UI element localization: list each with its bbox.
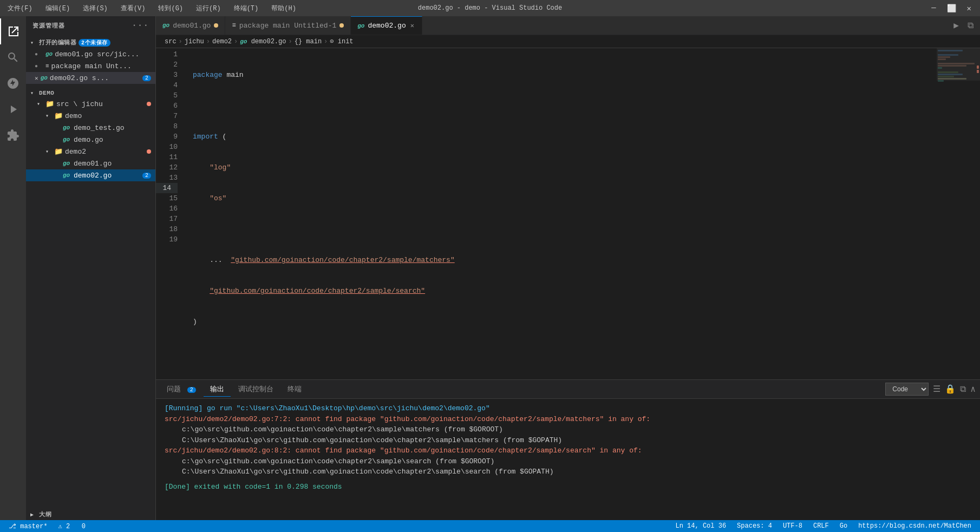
go-file-icon: go xyxy=(45,51,53,57)
output-error-1: src/jichu/demo2/demo02.go:7:2: cannot fi… xyxy=(165,414,971,425)
activity-search[interactable] xyxy=(0,44,26,70)
open-editors-chevron: ▾ xyxy=(30,40,39,46)
breadcrumb-demo2[interactable]: demo2 xyxy=(212,38,232,45)
code-line-3: import ( xyxy=(193,132,937,142)
tree-demo01-go[interactable]: ▾ go demo01.go xyxy=(26,157,155,169)
tab-demo01-label: demo01.go xyxy=(173,22,211,30)
status-left: ⎇ master* ⚠ 2 0 xyxy=(6,522,88,530)
panel-tab-problems[interactable]: 问题 2 xyxy=(160,382,202,397)
status-right: Ln 14, Col 36 Spaces: 4 UTF-8 CRLF Go ht… xyxy=(673,522,974,530)
status-spaces[interactable]: Spaces: 4 xyxy=(735,522,774,530)
menu-edit[interactable]: 编辑(E) xyxy=(43,3,73,14)
demo-folder-header[interactable]: ▾ DEMO xyxy=(26,88,155,98)
menu-goto[interactable]: 转到(G) xyxy=(156,3,185,14)
menu-terminal[interactable]: 终端(T) xyxy=(232,3,261,14)
minimize-button[interactable]: ─ xyxy=(928,3,939,14)
tab-actions: ▶ ⧉ xyxy=(947,16,980,35)
demo02-tree-badge: 2 xyxy=(142,173,151,179)
open-editors-section: ▾ 打开的编辑器 2个未保存 ● go demo01.go src/jic...… xyxy=(26,35,155,86)
tab-demo02[interactable]: go demo02.go ✕ xyxy=(351,16,422,35)
open-editor-demo02[interactable]: ✕ go demo02.go s... 2 xyxy=(26,72,155,84)
open-editors-header[interactable]: ▾ 打开的编辑器 2个未保存 xyxy=(26,37,155,48)
tab-demo02-close[interactable]: ✕ xyxy=(409,21,415,31)
menu-run[interactable]: 运行(R) xyxy=(194,3,223,14)
breadcrumb-main[interactable]: {} main xyxy=(295,38,322,45)
tab-pm-label: package main xyxy=(239,22,290,30)
code-content[interactable]: package main import ( "log" "os" ... "gi… xyxy=(184,48,937,379)
minimap xyxy=(937,48,980,379)
demo2-folder-icon: 📁 xyxy=(54,147,63,156)
breadcrumb-init[interactable]: ⊙ init xyxy=(330,37,353,45)
sidebar-header: 资源管理器 ··· xyxy=(26,16,155,35)
split-editor-button[interactable]: ⧉ xyxy=(965,18,976,33)
panel-tab-debug[interactable]: 调试控制台 xyxy=(232,382,280,397)
demo2-error-dot xyxy=(147,149,151,154)
tree-demo02-go[interactable]: ▾ go demo02.go 2 xyxy=(26,169,155,181)
output-source-select[interactable]: Code Go xyxy=(885,383,929,396)
demo-test-icon: go xyxy=(63,124,71,131)
status-language[interactable]: Go xyxy=(838,522,850,530)
output-line-running: [Running] go run "c:\Users\ZhaoXu1\Deskt… xyxy=(165,403,971,414)
activity-explorer[interactable] xyxy=(0,18,26,44)
demo-test-name: demo_test.go xyxy=(74,124,125,132)
output-indent-2: C:\Users\ZhaoXu1\go\src\github.com\goina… xyxy=(165,435,971,446)
panel-content: [Running] go run "c:\Users\ZhaoXu1\Deskt… xyxy=(156,399,980,520)
breadcrumb-jichu[interactable]: jichu xyxy=(185,38,204,45)
panel-tab-output[interactable]: 输出 xyxy=(204,382,231,397)
status-bar: ⎇ master* ⚠ 2 0 Ln 14, Col 36 Spaces: 4 … xyxy=(0,520,980,532)
code-line-7: ... "github.com/goinaction/code/chapter2… xyxy=(193,255,937,265)
breadcrumb-src[interactable]: src xyxy=(165,38,177,45)
run-button[interactable]: ▶ xyxy=(951,18,961,33)
panel-tab-terminal[interactable]: 终端 xyxy=(281,382,308,397)
eq-file-icon: ≡ xyxy=(45,63,49,69)
sidebar: 资源管理器 ··· ▾ 打开的编辑器 2个未保存 ● go demo01.go … xyxy=(26,16,156,520)
status-encoding[interactable]: UTF-8 xyxy=(781,522,805,530)
tree-src-jichu[interactable]: ▾ 📁 src \ jichu xyxy=(26,98,155,110)
status-url[interactable]: https://blog.csdn.net/MatChen xyxy=(856,522,974,530)
demo2-folder-name: demo2 xyxy=(65,148,86,156)
open-editor-package-main[interactable]: ● ≡ package main Unt... xyxy=(26,60,155,72)
tab-spacer xyxy=(422,16,947,35)
tab-pm-subtitle: Untitled-1 xyxy=(294,22,336,30)
minimap-error-1 xyxy=(977,65,979,69)
breadcrumb-demo02go[interactable]: go demo02.go xyxy=(240,38,286,45)
restore-button[interactable]: ⬜ xyxy=(944,3,959,14)
tree-demo-test[interactable]: ▾ go demo_test.go xyxy=(26,122,155,134)
menu-select[interactable]: 选择(S) xyxy=(81,3,110,14)
tree-demo-go[interactable]: ▾ go demo.go xyxy=(26,134,155,146)
src-error-dot xyxy=(147,102,151,106)
activity-debug[interactable] xyxy=(0,96,26,122)
menu-view[interactable]: 查看(V) xyxy=(119,3,148,14)
tab-demo01-dot xyxy=(214,23,218,28)
menu-bar[interactable]: 文件(F) 编辑(E) 选择(S) 查看(V) 转到(G) 运行(R) 终端(T… xyxy=(5,3,298,14)
tree-demo-folder[interactable]: ▾ 📁 demo xyxy=(26,110,155,122)
status-branch[interactable]: ⎇ master* xyxy=(6,522,50,530)
panel-filter-icon[interactable]: ☰ xyxy=(933,384,940,395)
tab-demo01-icon: go xyxy=(162,22,169,29)
close-x-icon[interactable]: ✕ xyxy=(35,75,38,82)
status-errors[interactable]: ⚠ 2 0 xyxy=(56,522,88,530)
status-position[interactable]: Ln 14, Col 36 xyxy=(673,522,728,530)
menu-help[interactable]: 帮助(H) xyxy=(269,3,298,14)
window-controls[interactable]: ─ ⬜ ✕ xyxy=(928,3,975,14)
activity-extensions[interactable] xyxy=(0,122,26,148)
panel-lock-icon[interactable]: 🔒 xyxy=(945,384,956,395)
editor-area: go demo01.go ≡ package main Untitled-1 g… xyxy=(156,16,980,520)
open-editor-demo01[interactable]: ● go demo01.go src/jic... xyxy=(26,48,155,60)
panel-collapse-icon[interactable]: ∧ xyxy=(970,384,976,395)
tab-demo01[interactable]: go demo01.go xyxy=(156,16,225,35)
panel-copy-icon[interactable]: ⧉ xyxy=(960,384,966,395)
close-button[interactable]: ✕ xyxy=(964,3,975,14)
code-editor[interactable]: 1 2 3 4 5 6 7 8 9 10 11 12 13 14 15 16 1… xyxy=(156,48,980,379)
output-indent-4: C:\Users\ZhaoXu1\go\src\github.com\goina… xyxy=(165,467,971,477)
tree-demo2-folder[interactable]: ▾ 📁 demo2 xyxy=(26,146,155,157)
panel: 问题 2 输出 调试控制台 终端 Code Go xyxy=(156,379,980,520)
status-eol[interactable]: CRLF xyxy=(811,522,831,530)
activity-git[interactable] xyxy=(0,70,26,96)
tab-package-main[interactable]: ≡ package main Untitled-1 xyxy=(225,16,351,35)
sidebar-more-icon[interactable]: ··· xyxy=(132,21,149,30)
src-chevron: ▾ xyxy=(37,101,45,107)
menu-file[interactable]: 文件(F) xyxy=(5,3,35,14)
outline-header[interactable]: ▶ 大纲 xyxy=(26,509,155,520)
code-line-6 xyxy=(193,224,937,234)
